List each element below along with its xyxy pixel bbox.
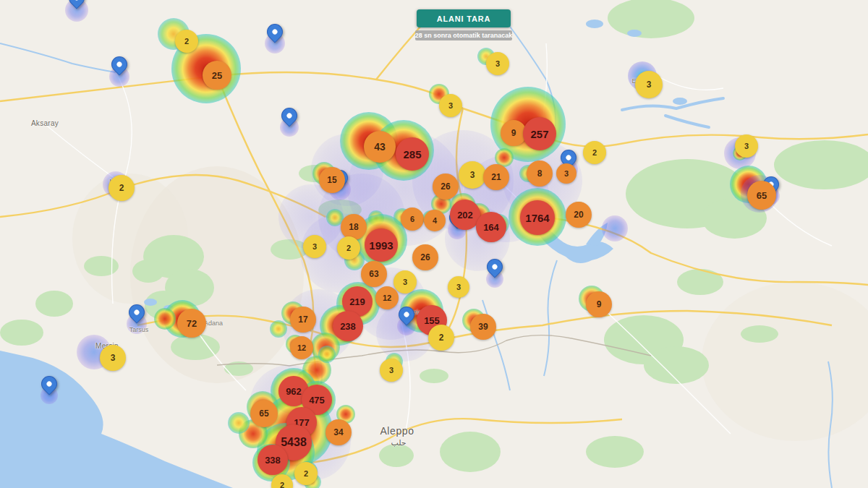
cluster-marker[interactable]: 3 — [459, 161, 486, 189]
cluster-marker[interactable]: 338 — [258, 445, 288, 475]
map-pin-icon — [125, 301, 148, 323]
map-pin-icon — [395, 303, 417, 325]
cluster-marker[interactable]: 3 — [635, 71, 663, 98]
map-pin-icon — [278, 104, 300, 127]
map-pin[interactable] — [399, 307, 414, 327]
cluster-marker[interactable]: 3 — [100, 345, 126, 371]
cluster-marker[interactable]: 285 — [396, 137, 429, 171]
cluster-marker[interactable]: 12 — [290, 336, 313, 359]
auto-scan-countdown: 28 sn sonra otomatik taranacak — [415, 30, 512, 40]
map-pin[interactable] — [69, 0, 85, 10]
map-pin-icon — [38, 372, 60, 395]
cluster-marker[interactable]: 3 — [380, 359, 403, 382]
cluster-marker[interactable]: 26 — [433, 174, 459, 200]
cluster-marker[interactable]: 18 — [341, 214, 367, 240]
map-pin[interactable] — [111, 56, 127, 77]
cluster-marker[interactable]: 3 — [556, 163, 576, 184]
cluster-marker[interactable]: 2 — [294, 462, 318, 485]
markers-layer: 2253392574328533222632183202164176420651… — [0, 0, 868, 488]
map-pin-icon — [65, 0, 88, 9]
cluster-marker[interactable]: 6 — [401, 207, 424, 231]
cluster-marker[interactable]: 238 — [333, 311, 363, 341]
cluster-marker[interactable]: 2 — [109, 175, 135, 201]
cluster-marker[interactable]: 21 — [483, 164, 509, 190]
map-pin[interactable] — [281, 108, 297, 128]
map-pin[interactable] — [267, 24, 283, 44]
map-pin-icon — [108, 53, 130, 75]
cluster-marker[interactable]: 65 — [747, 181, 776, 210]
cluster-marker[interactable]: 12 — [375, 286, 399, 309]
cluster-marker[interactable]: 1764 — [520, 200, 555, 235]
map-pin[interactable] — [41, 376, 57, 396]
map-pin[interactable] — [129, 304, 145, 325]
cluster-marker[interactable]: 3 — [486, 52, 509, 75]
cluster-marker[interactable]: 39 — [470, 314, 496, 340]
map-canvas[interactable]: AksarayNiğdeMersinTarsusAdanaGaziantepEl… — [0, 0, 868, 488]
cluster-marker[interactable]: 26 — [412, 244, 438, 270]
map-pin[interactable] — [487, 259, 503, 279]
cluster-marker[interactable]: 3 — [393, 270, 417, 294]
cluster-marker[interactable]: 72 — [177, 309, 206, 338]
cluster-marker[interactable]: 164 — [476, 212, 506, 242]
cluster-marker[interactable]: 2 — [271, 474, 293, 488]
cluster-marker[interactable]: 3 — [303, 235, 326, 258]
cluster-marker[interactable]: 20 — [566, 202, 592, 228]
cluster-marker[interactable]: 15 — [319, 167, 345, 193]
cluster-marker[interactable]: 25 — [203, 61, 231, 90]
cluster-marker[interactable]: 2 — [428, 325, 454, 351]
cluster-marker[interactable]: 2 — [175, 30, 198, 53]
cluster-marker[interactable]: 65 — [250, 400, 278, 427]
cluster-marker[interactable]: 257 — [523, 117, 556, 150]
cluster-marker[interactable]: 1993 — [365, 228, 398, 262]
cluster-marker[interactable]: 4 — [424, 210, 446, 231]
cluster-marker[interactable]: 43 — [364, 131, 396, 163]
map-pin-icon — [483, 255, 506, 278]
cluster-marker[interactable]: 34 — [326, 419, 352, 445]
cluster-marker[interactable]: 17 — [290, 307, 316, 333]
cluster-marker[interactable]: 2 — [337, 236, 360, 260]
cluster-marker[interactable]: 3 — [439, 94, 462, 117]
cluster-marker[interactable]: 3 — [448, 276, 469, 298]
cluster-marker[interactable]: 2 — [583, 141, 606, 164]
map-pin-icon — [263, 20, 286, 43]
cluster-marker[interactable]: 63 — [361, 261, 387, 287]
cluster-marker[interactable]: 3 — [735, 134, 758, 158]
cluster-marker[interactable]: 9 — [586, 291, 612, 317]
scan-area-button[interactable]: ALANI TARA — [417, 9, 511, 27]
cluster-marker[interactable]: 8 — [527, 160, 553, 187]
